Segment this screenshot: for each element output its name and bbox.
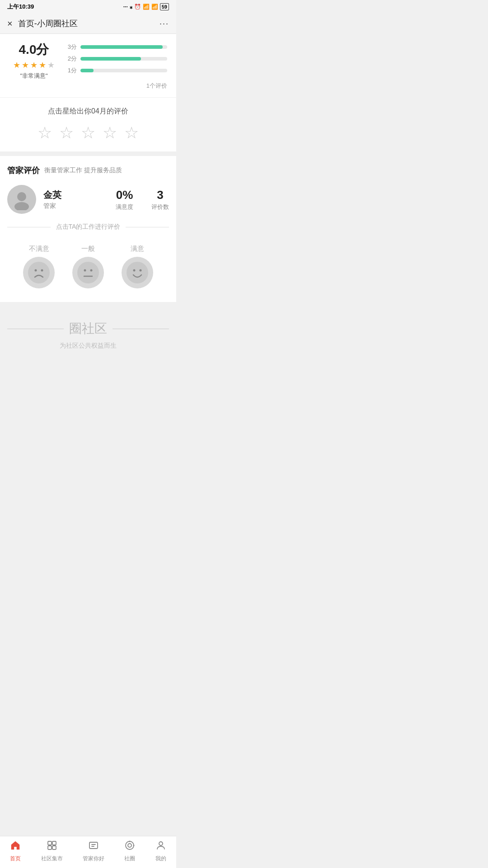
- rating-left-panel: 4.0分 ★ ★ ★ ★ ★ "非常满意": [9, 41, 59, 80]
- rating-bars: 3分 2分 1分 1个评价: [66, 41, 167, 90]
- star-3: ★: [30, 60, 38, 70]
- satisfaction-stat: 0% 满意度: [116, 188, 133, 211]
- time-display: 上午10:39: [7, 3, 34, 11]
- bar-label-1: 1分: [66, 66, 77, 75]
- manager-stats: 0% 满意度 3 评价数: [116, 188, 169, 211]
- emoji-rating: 不满意 一般: [7, 240, 169, 293]
- emotion-sad-label: 不满意: [29, 245, 49, 253]
- svg-point-7: [90, 269, 92, 272]
- signal-bar1: 📶: [143, 4, 150, 10]
- page-title: 首页-小周圈社区: [18, 18, 78, 29]
- alarm-icon: ⏰: [134, 4, 141, 10]
- svg-point-6: [84, 269, 86, 272]
- manager-info: 金英 管家: [43, 189, 61, 210]
- emotion-happy[interactable]: 满意: [122, 245, 153, 288]
- battery-display: 59: [160, 3, 169, 10]
- star-5: ★: [47, 60, 55, 70]
- manager-header: 管家评价 衡量管家工作 提升服务品质: [7, 165, 169, 176]
- star-4: ★: [39, 60, 46, 70]
- rating-stars: ★ ★ ★ ★ ★: [13, 60, 55, 70]
- footer-line-left: [7, 329, 64, 329]
- content-area: 4.0分 ★ ★ ★ ★ ★ "非常满意" 3分 2分: [0, 34, 176, 386]
- footer-line-right: [113, 329, 169, 329]
- brand-slogan: 为社区公共权益而生: [7, 342, 169, 350]
- bar-fill-1: [80, 69, 94, 72]
- rating-score: 4.0分: [19, 41, 49, 58]
- svg-point-4: [41, 269, 43, 272]
- signal-dots: ···: [123, 4, 128, 10]
- svg-point-0: [17, 192, 26, 201]
- svg-point-3: [35, 269, 37, 272]
- manager-subtitle: 衡量管家工作 提升服务品质: [44, 166, 122, 175]
- bar-label-2: 2分: [66, 55, 77, 63]
- svg-point-1: [14, 202, 29, 210]
- satisfaction-value: 0%: [116, 188, 133, 202]
- emotion-neutral-label: 一般: [81, 245, 95, 253]
- bar-track-1: [80, 69, 167, 72]
- prompt-star-2[interactable]: ☆: [59, 123, 74, 142]
- bar-fill-2: [80, 57, 141, 61]
- footer-brand: 圈社区 为社区公共权益而生: [0, 302, 176, 359]
- review-count-value: 3: [157, 188, 163, 202]
- svg-point-9: [127, 262, 148, 283]
- manager-name: 金英: [43, 189, 61, 201]
- total-reviews: 1个评价: [66, 82, 167, 90]
- action-divider: 点击TA的工作进行评价: [7, 223, 169, 231]
- bar-row-3: 3分: [66, 43, 167, 51]
- rating-card: 4.0分 ★ ★ ★ ★ ★ "非常满意" 3分 2分: [0, 34, 176, 97]
- divider-line-left: [7, 227, 51, 227]
- star-1: ★: [13, 60, 20, 70]
- emotion-happy-label: 满意: [131, 245, 144, 253]
- emotion-sad[interactable]: 不满意: [23, 245, 55, 288]
- bar-row-1: 1分: [66, 66, 167, 75]
- bar-row-2: 2分: [66, 55, 167, 63]
- rating-sentiment: "非常满意": [20, 72, 47, 80]
- prompt-star-4[interactable]: ☆: [103, 123, 117, 142]
- app-header: × 首页-小周圈社区 ···: [0, 14, 176, 34]
- happy-face[interactable]: [122, 257, 153, 288]
- manager-section: 管家评价 衡量管家工作 提升服务品质 金英 管家 0% 满意度 3: [0, 156, 176, 302]
- footer-divider: 圈社区: [7, 320, 169, 337]
- status-icons: ··· ⁎ ⏰ 📶 📶 59: [123, 3, 169, 10]
- svg-point-10: [133, 269, 135, 272]
- wifi-icon: 📶: [151, 4, 158, 10]
- prompt-star-3[interactable]: ☆: [81, 123, 95, 142]
- star-prompt-stars[interactable]: ☆ ☆ ☆ ☆ ☆: [7, 123, 169, 142]
- close-button[interactable]: ×: [7, 19, 13, 29]
- prompt-star-1[interactable]: ☆: [38, 123, 52, 142]
- header-left: × 首页-小周圈社区: [7, 18, 78, 29]
- neutral-face[interactable]: [72, 257, 104, 288]
- satisfaction-label: 满意度: [116, 203, 133, 211]
- manager-title: 管家评价: [7, 165, 40, 176]
- prompt-star-5[interactable]: ☆: [124, 123, 139, 142]
- more-options-button[interactable]: ···: [160, 19, 169, 28]
- divider-line-right: [126, 227, 169, 227]
- star-2: ★: [22, 60, 29, 70]
- svg-point-2: [28, 262, 50, 283]
- emotion-neutral[interactable]: 一般: [72, 245, 104, 288]
- sad-face[interactable]: [23, 257, 55, 288]
- manager-avatar: [7, 185, 36, 214]
- rating-top: 4.0分 ★ ★ ★ ★ ★ "非常满意" 3分 2分: [9, 41, 167, 90]
- section-gap-1: [0, 151, 176, 156]
- svg-point-5: [77, 262, 99, 283]
- manager-profile: 金英 管家 0% 满意度 3 评价数: [7, 185, 169, 214]
- bluetooth-icon: ⁎: [130, 4, 132, 10]
- review-count-label: 评价数: [151, 203, 169, 211]
- bar-label-3: 3分: [66, 43, 77, 51]
- review-count-stat: 3 评价数: [151, 188, 169, 211]
- bar-fill-3: [80, 45, 163, 49]
- brand-name: 圈社区: [69, 320, 107, 337]
- status-bar: 上午10:39 ··· ⁎ ⏰ 📶 📶 59: [0, 0, 176, 14]
- divider-text: 点击TA的工作进行评价: [56, 223, 121, 231]
- svg-point-11: [139, 269, 141, 272]
- star-prompt-text: 点击星给出你04月的评价: [7, 107, 169, 116]
- bar-track-2: [80, 57, 167, 61]
- star-prompt-section: 点击星给出你04月的评价 ☆ ☆ ☆ ☆ ☆: [0, 98, 176, 151]
- bar-track-3: [80, 45, 167, 49]
- manager-role: 管家: [43, 202, 61, 210]
